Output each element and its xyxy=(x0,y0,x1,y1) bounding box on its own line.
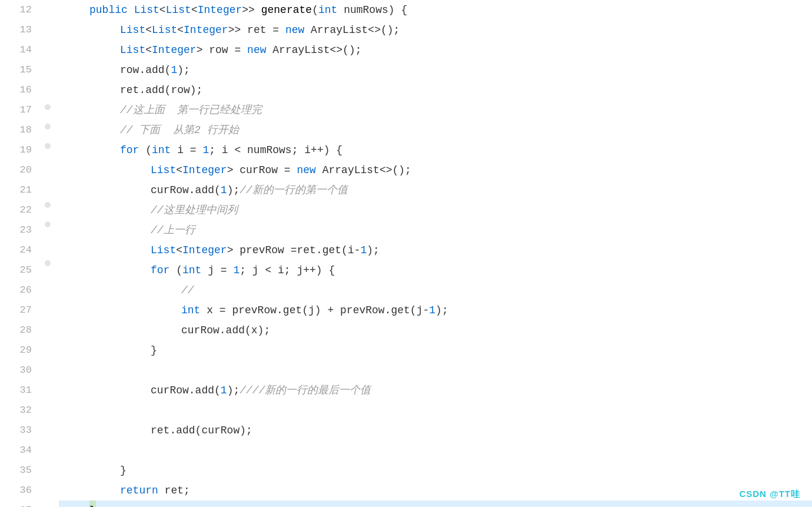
code-line: for (int i = 1; i < numRows; i++) { xyxy=(59,140,812,160)
code-line: // 下面 从第2 行开始 xyxy=(59,120,812,140)
gutter-cell xyxy=(41,488,54,507)
code-line: } xyxy=(59,340,812,360)
line-number: 16 xyxy=(5,80,32,100)
line-number: 20 xyxy=(5,160,32,180)
gutter-cell xyxy=(41,429,54,448)
breakpoint-dot xyxy=(45,260,51,266)
line-number: 27 xyxy=(5,300,32,320)
code-editor: 1213141516171819202122232425262728293031… xyxy=(0,0,812,507)
gutter-cell xyxy=(41,78,54,97)
line-number: 14 xyxy=(5,40,32,60)
line-number: 17 xyxy=(5,100,32,120)
gutter xyxy=(41,0,54,507)
gutter-cell xyxy=(41,351,54,370)
line-number: 29 xyxy=(5,340,32,360)
line-number: 15 xyxy=(5,60,32,80)
breakpoint-dot xyxy=(45,104,51,110)
code-line: curRow.add(1);//新的一行的第一个值 xyxy=(59,180,812,200)
code-line: ret.add(curRow); xyxy=(59,420,812,440)
gutter-cell xyxy=(41,312,54,332)
gutter-cell xyxy=(41,253,54,273)
code-line: curRow.add(x); xyxy=(59,320,812,340)
code-line: curRow.add(1);////新的一行的最后一个值 xyxy=(59,380,812,400)
code-line: // xyxy=(59,280,812,300)
line-numbers: 1213141516171819202122232425262728293031… xyxy=(0,0,41,507)
gutter-cell xyxy=(41,58,54,78)
gutter-cell xyxy=(41,195,54,214)
breakpoint-dot xyxy=(45,202,51,208)
code-line: List<Integer> row = new ArrayList<>(); xyxy=(59,40,812,60)
breakpoint-dot xyxy=(45,124,51,130)
line-number: 21 xyxy=(5,180,32,200)
code-line: int x = prevRow.get(j) + prevRow.get(j-1… xyxy=(59,300,812,320)
gutter-cell xyxy=(41,175,54,195)
line-number: 30 xyxy=(5,360,32,380)
gutter-cell xyxy=(41,449,54,468)
line-number: 13 xyxy=(5,20,32,40)
gutter-cell xyxy=(41,468,54,488)
code-line: public List<List<Integer>> generate(int … xyxy=(59,0,812,20)
line-number: 36 xyxy=(5,481,32,501)
gutter-cell xyxy=(41,370,54,390)
line-number: 35 xyxy=(5,460,32,481)
watermark: CSDN @TT哇 xyxy=(739,489,800,500)
line-number: 23 xyxy=(5,220,32,240)
code-line: //这里处理中间列 xyxy=(59,200,812,220)
line-number: 18 xyxy=(5,120,32,140)
gutter-cell xyxy=(41,273,54,293)
gutter-cell xyxy=(41,293,54,312)
line-number: 22 xyxy=(5,200,32,220)
gutter-cell xyxy=(41,19,54,39)
gutter-cell xyxy=(41,98,54,117)
breakpoint-dot xyxy=(45,221,51,227)
gutter-cell xyxy=(41,234,54,253)
gutter-cell xyxy=(41,137,54,156)
line-number: 37 xyxy=(5,501,32,507)
code-line: //这上面 第一行已经处理完 xyxy=(59,100,812,120)
line-number: 12 xyxy=(5,0,32,20)
gutter-cell xyxy=(41,39,54,58)
gutter-cell xyxy=(41,0,54,19)
code-line xyxy=(59,440,812,460)
code-line: ret.add(row); xyxy=(59,80,812,100)
gutter-cell xyxy=(41,409,54,429)
code-line: List<List<Integer>> ret = new ArrayList<… xyxy=(59,20,812,40)
line-number: 28 xyxy=(5,320,32,340)
code-line: } xyxy=(59,460,812,481)
line-number: 26 xyxy=(5,280,32,300)
gutter-cell xyxy=(41,117,54,137)
gutter-cell xyxy=(41,156,54,175)
code-line: List<Integer> curRow = new ArrayList<>()… xyxy=(59,160,812,180)
gutter-cell xyxy=(41,332,54,351)
line-number: 19 xyxy=(5,140,32,160)
code-line: row.add(1); xyxy=(59,60,812,80)
line-number: 31 xyxy=(5,380,32,400)
code-content[interactable]: public List<List<Integer>> generate(int … xyxy=(54,0,812,507)
code-line: //上一行 xyxy=(59,220,812,240)
line-number: 25 xyxy=(5,260,32,280)
code-line xyxy=(59,360,812,380)
line-number: 32 xyxy=(5,400,32,420)
code-area: 1213141516171819202122232425262728293031… xyxy=(0,0,812,507)
code-line: return ret; xyxy=(59,481,812,501)
breakpoint-dot xyxy=(45,143,51,149)
line-number: 34 xyxy=(5,440,32,460)
line-number: 33 xyxy=(5,420,32,440)
code-line xyxy=(59,400,812,420)
code-line: for (int j = 1; j < i; j++) { xyxy=(59,260,812,280)
code-line: List<Integer> prevRow =ret.get(i-1); xyxy=(59,240,812,260)
gutter-cell xyxy=(41,390,54,409)
line-number: 24 xyxy=(5,240,32,260)
gutter-cell xyxy=(41,214,54,234)
code-line: } xyxy=(59,501,812,507)
